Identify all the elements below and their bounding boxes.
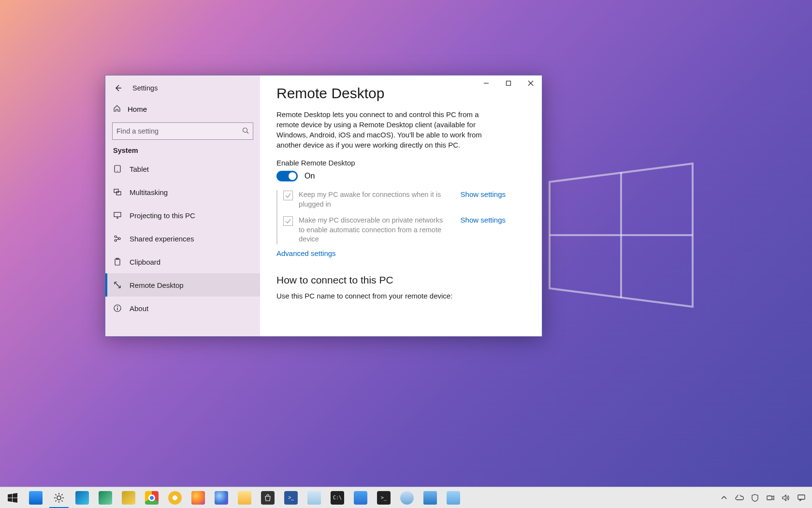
page-description: Remote Desktop lets you connect to and c… [276,109,489,150]
nav-label: Remote Desktop [130,281,184,289]
taskbar-powershell[interactable]: >_ [279,487,303,508]
close-button[interactable] [520,75,542,91]
svg-point-18 [117,306,118,307]
firefox-dev-icon [215,491,228,505]
taskbar-firefox-dev[interactable] [210,487,233,508]
remote-desktop-icon [113,281,122,289]
desktop: Settings Home Find a setting System Tabl… [0,0,812,508]
chrome-canary-icon [168,491,182,505]
svg-rect-34 [798,495,805,499]
nav-home-label: Home [128,105,147,113]
keep-awake-show-settings-link[interactable]: Show settings [461,190,506,198]
explorer-icon [400,491,414,505]
taskbar-paint[interactable] [442,487,465,508]
taskbar-file-explorer[interactable] [233,487,256,508]
discoverable-checkbox[interactable] [283,216,293,226]
system-tray [717,487,811,508]
taskbar-firefox[interactable] [187,487,210,508]
toggle-state: On [304,172,315,180]
chrome-icon [145,491,159,505]
taskbar-explorer[interactable] [395,487,419,508]
taskbar-edge-dev[interactable] [94,487,117,508]
back-button[interactable] [114,84,122,92]
settings-content: Remote Desktop Remote Desktop lets you c… [260,75,542,336]
taskbar-store[interactable] [256,487,279,508]
windows-logo-outline [549,163,694,308]
nav-multitasking[interactable]: Multitasking [105,180,260,204]
taskbar-notepad[interactable] [303,487,326,508]
nav-about[interactable]: About [105,297,260,320]
tray-volume[interactable] [779,487,793,508]
howto-title: How to connect to this PC [276,274,525,286]
svg-point-24 [57,496,61,500]
nav-label: Clipboard [130,258,160,266]
taskbar-remote[interactable] [419,487,442,508]
shared-icon [113,234,122,243]
powershell-icon: >_ [284,491,298,505]
nav-tablet[interactable]: Tablet [105,157,260,180]
tray-overflow[interactable] [717,487,731,508]
taskbar-cmd[interactable]: >_ [372,487,395,508]
svg-line-31 [56,500,57,501]
window-title: Settings [132,84,158,92]
tablet-icon [113,164,122,173]
taskbar-terminal[interactable]: C:\ [326,487,349,508]
tray-action-center[interactable] [795,487,808,508]
keep-awake-label: Keep my PC awake for connections when it… [299,190,447,209]
svg-point-6 [117,171,118,172]
nav-projecting[interactable]: Projecting to this PC [105,204,260,227]
tray-security[interactable] [748,487,762,508]
taskview-button[interactable] [24,487,47,508]
start-button[interactable] [1,487,24,508]
svg-point-12 [115,239,116,241]
svg-rect-9 [114,212,121,217]
tray-meet-now[interactable] [764,487,777,508]
minimize-button[interactable] [475,75,497,91]
search-placeholder: Find a setting [116,127,242,135]
taskbar-edge-canary[interactable] [117,487,140,508]
enable-remote-desktop-toggle[interactable] [276,171,298,181]
svg-point-11 [118,238,120,239]
svg-line-29 [56,494,57,495]
maximize-button[interactable] [497,75,520,91]
store-icon [261,491,275,505]
taskbar-settings[interactable] [47,487,71,508]
paint-icon [447,491,460,505]
nav-home[interactable]: Home [105,101,260,118]
advanced-settings-link[interactable]: Advanced settings [276,249,336,257]
nav-clipboard[interactable]: Clipboard [105,250,260,273]
nav-shared-experiences[interactable]: Shared experiences [105,227,260,250]
nav-remote-desktop[interactable]: Remote Desktop [105,273,260,297]
taskview-icon [29,491,43,505]
settings-sidebar: Settings Home Find a setting System Tabl… [105,75,260,336]
svg-line-32 [61,494,62,495]
edge-icon [75,491,89,505]
search-icon [242,127,249,135]
multitasking-icon [113,188,122,196]
svg-point-10 [115,236,116,238]
taskbar-chrome[interactable] [140,487,163,508]
svg-line-4 [247,132,249,134]
search-input[interactable]: Find a setting [112,122,253,140]
discoverable-label: Make my PC discoverable on private netwo… [299,216,447,244]
svg-line-14 [116,239,118,240]
edge-dev-icon [99,491,112,505]
windows-icon [6,491,19,505]
taskbar-photos[interactable] [349,487,372,508]
cmd-icon: >_ [377,491,391,505]
svg-line-30 [61,500,62,501]
taskbar-edge[interactable] [71,487,94,508]
taskbar-chrome-canary[interactable] [163,487,187,508]
discoverable-show-settings-link[interactable]: Show settings [461,216,506,224]
svg-point-3 [243,128,247,132]
keep-awake-checkbox[interactable] [283,191,293,200]
home-icon [113,105,121,114]
nav-label: Multitasking [130,188,168,196]
enable-label: Enable Remote Desktop [276,159,525,167]
edge-canary-icon [122,491,135,505]
settings-window: Settings Home Find a setting System Tabl… [105,75,542,337]
tray-onedrive[interactable] [733,487,746,508]
notepad-icon [307,491,321,505]
howto-text: Use this PC name to connect from your re… [276,292,525,300]
svg-rect-21 [507,81,511,86]
